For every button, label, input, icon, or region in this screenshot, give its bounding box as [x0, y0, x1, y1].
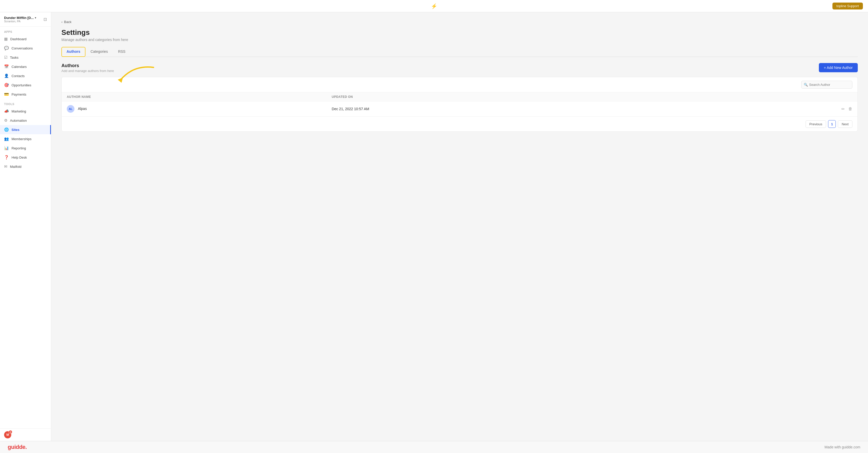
- contacts-icon: 👤: [4, 74, 9, 78]
- tools-section-label: Tools: [0, 99, 51, 107]
- previous-button[interactable]: Previous: [806, 120, 826, 128]
- memberships-icon: 👥: [4, 137, 9, 141]
- section-desc: Add and manage authors from here: [61, 69, 114, 73]
- sidebar-item-label: Payments: [11, 92, 26, 96]
- col-author-name: Author Name: [62, 92, 327, 102]
- sidebar-item-label: Opportunities: [11, 83, 31, 87]
- table-row: AL Alpas Dec 21, 2022 10:57 AM ✏ 🗑: [62, 102, 858, 117]
- sidebar-item-calendars[interactable]: 📅 Calendars: [0, 62, 51, 71]
- guidde-logo: guidde.: [8, 444, 27, 450]
- sidebar-item-reporting[interactable]: 📊 Reporting: [0, 143, 51, 153]
- delete-icon[interactable]: 🗑: [848, 107, 852, 111]
- sidebar-item-marketing[interactable]: 📣 Marketing: [0, 107, 51, 116]
- footer: guidde. Made with guidde.com: [0, 441, 868, 453]
- main-content: ‹ Back Settings Manage authors and categ…: [51, 12, 868, 441]
- sidebar-header: Dunder Mifflin [D... ▾ Scranton, PA ⊡: [0, 12, 51, 27]
- topbar-center: ⚡: [431, 3, 437, 9]
- sidebar-item-memberships[interactable]: 👥 Memberships: [0, 134, 51, 143]
- tab-authors[interactable]: Authors: [61, 47, 86, 57]
- conversations-icon: 💬: [4, 46, 9, 51]
- app-layout: Dunder Mifflin [D... ▾ Scranton, PA ⊡ Ap…: [0, 12, 868, 441]
- sidebar-item-label: Help Desk: [11, 155, 27, 159]
- sidebar-item-label: Calendars: [11, 65, 27, 69]
- user-avatar-row[interactable]: M 4: [0, 428, 51, 441]
- reporting-icon: 📊: [4, 146, 9, 150]
- author-updated-cell: Dec 21, 2022 10:57 AM: [327, 102, 694, 117]
- sidebar-item-automation[interactable]: ⚙ Automation: [0, 116, 51, 125]
- org-info: Dunder Mifflin [D... ▾ Scranton, PA: [4, 16, 36, 23]
- sidebar-item-payments[interactable]: 💳 Payments: [0, 90, 51, 99]
- avatar: M 4: [4, 431, 11, 438]
- author-actions-cell: ✏ 🗑: [694, 102, 858, 117]
- sidebar-item-mailfold[interactable]: ✉ Mailfold: [0, 162, 51, 171]
- next-button[interactable]: Next: [838, 120, 852, 128]
- author-name: Alpas: [78, 107, 87, 111]
- col-updated-on: Updated On: [327, 92, 694, 102]
- back-link[interactable]: ‹ Back: [61, 20, 71, 24]
- helpdesk-icon: ❓: [4, 155, 9, 160]
- sidebar-item-sites[interactable]: 🌐 Sites: [0, 125, 51, 134]
- back-label: Back: [64, 20, 71, 24]
- sidebar-item-helpdesk[interactable]: ❓ Help Desk: [0, 153, 51, 162]
- footer-made-with: Made with guidde.com: [825, 445, 860, 449]
- sidebar-item-label: Sites: [11, 128, 20, 132]
- calendars-icon: 📅: [4, 64, 9, 69]
- page-subtitle: Manage authors and categories from here: [61, 38, 858, 42]
- sidebar-item-label: Marketing: [11, 109, 26, 113]
- chevron-down-icon: ▾: [35, 17, 36, 19]
- table-body: AL Alpas Dec 21, 2022 10:57 AM ✏ 🗑: [62, 102, 858, 117]
- support-button[interactable]: topline Support: [832, 3, 863, 9]
- sidebar-item-conversations[interactable]: 💬 Conversations: [0, 44, 51, 53]
- authors-table-card: 🔍 Author Name Updated On AL: [61, 77, 858, 132]
- dashboard-icon: ▦: [4, 37, 8, 41]
- opportunities-icon: 🎯: [4, 83, 9, 87]
- topbar: ⚡ topline Support: [0, 0, 868, 12]
- sidebar-item-label: Contacts: [11, 74, 25, 78]
- mailfold-icon: ✉: [4, 164, 7, 169]
- tab-categories[interactable]: Categories: [86, 47, 113, 57]
- lightning-icon: ⚡: [431, 3, 437, 9]
- author-avatar: AL: [67, 105, 74, 113]
- tab-rss[interactable]: RSS: [113, 47, 130, 57]
- sidebar-item-contacts[interactable]: 👤 Contacts: [0, 71, 51, 81]
- col-actions: [694, 92, 858, 102]
- marketing-icon: 📣: [4, 109, 9, 114]
- org-location: Scranton, PA: [4, 20, 36, 23]
- sidebar-item-tasks[interactable]: ☑ Tasks: [0, 53, 51, 62]
- section-header: Authors Add and manage authors from here…: [61, 63, 858, 73]
- sidebar-item-label: Dashboard: [10, 37, 27, 41]
- panel-toggle-icon[interactable]: ⊡: [43, 17, 47, 22]
- author-name-cell: AL Alpas: [62, 102, 327, 117]
- sidebar-item-label: Reporting: [11, 146, 26, 150]
- search-icon: 🔍: [804, 83, 808, 87]
- sidebar-item-dashboard[interactable]: ▦ Dashboard: [0, 34, 51, 44]
- sidebar-item-opportunities[interactable]: 🎯 Opportunities: [0, 81, 51, 90]
- automation-icon: ⚙: [4, 118, 7, 123]
- section-title: Authors: [61, 63, 114, 68]
- table-header: Author Name Updated On: [62, 92, 858, 102]
- authors-table: Author Name Updated On AL Alpas Dec 21, …: [62, 92, 858, 116]
- sidebar-item-label: Tasks: [10, 56, 19, 59]
- org-name[interactable]: Dunder Mifflin [D... ▾: [4, 16, 36, 20]
- edit-icon[interactable]: ✏: [841, 107, 845, 111]
- search-wrap: 🔍: [801, 81, 852, 89]
- tasks-icon: ☑: [4, 55, 7, 60]
- sites-icon: 🌐: [4, 128, 9, 132]
- sidebar-item-label: Memberships: [11, 137, 31, 141]
- sidebar: Dunder Mifflin [D... ▾ Scranton, PA ⊡ Ap…: [0, 12, 51, 441]
- back-chevron-icon: ‹: [61, 20, 62, 24]
- sidebar-item-label: Conversations: [11, 46, 33, 50]
- search-author-input[interactable]: [801, 81, 852, 89]
- table-toolbar: 🔍: [62, 77, 858, 92]
- page-title: Settings: [61, 28, 858, 37]
- pagination: Previous 1 Next: [62, 116, 858, 132]
- payments-icon: 💳: [4, 92, 9, 96]
- settings-tabs: Authors Categories RSS: [61, 47, 858, 57]
- sidebar-item-label: Automation: [10, 119, 27, 122]
- notification-badge: 4: [9, 430, 12, 434]
- row-actions: ✏ 🗑: [699, 107, 852, 111]
- apps-section-label: Apps: [0, 27, 51, 34]
- page-number-1[interactable]: 1: [828, 120, 836, 128]
- add-new-author-button[interactable]: + Add New Author: [819, 63, 858, 72]
- sidebar-item-label: Mailfold: [10, 165, 22, 169]
